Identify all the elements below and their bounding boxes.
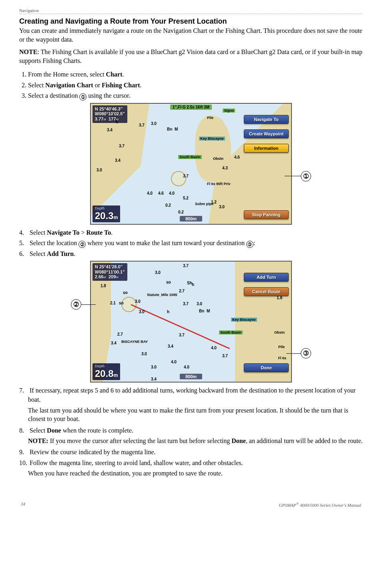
step-9: Review the course indicated by the magen… [28,447,363,457]
step2-b2: Fishing Chart [102,82,140,89]
step2-pre: Select [28,82,45,89]
footer-prod-a: GPSMAP [279,503,296,507]
step2-post: . [140,82,142,89]
add-turn-button[interactable]: Add Turn [244,273,289,282]
depth-label-1: Depth [95,206,118,210]
coord2-line2: W080°11'00.1" [95,270,125,274]
callout-1-figure: ➀ [285,171,311,181]
callout-2-badge: ➁ [71,299,81,310]
callout-2-inline: ➁ [78,241,86,248]
stop-panning-button[interactable]: Stop Panning [244,210,289,219]
callout-2-figure: ➁ [71,299,96,310]
step7-sub: The last turn you add should be where yo… [28,406,363,423]
label-fl-2: Fl 6s [278,356,286,360]
callout-3-badge: ➂ [301,348,311,358]
section-title: Creating and Navigating a Route from You… [19,17,363,26]
note-body: : The Fishing Chart is available if you … [19,48,362,64]
gps-coord-box-2: N 25°41'28.0" W080°11'00.1" 2.66M 209M [92,263,127,281]
coord2-dist-unit: M [103,276,106,279]
page-footer: 34 GPSMAP® 4000/5000 Series Owner's Manu… [19,501,363,507]
destination-marker-1[interactable] [171,171,186,186]
done-button[interactable]: Done [244,363,289,372]
step8-note-label: NOTE: [28,437,48,444]
step8-post: when the route is complete. [61,427,133,434]
label-key-2: Key Biscayne [231,318,257,322]
information-button[interactable]: Information [244,144,289,153]
step10-sub: When you have reached the destination, y… [28,469,363,478]
page: Navigation Creating and Navigating a Rou… [0,0,382,524]
step5-pre: Select the location [30,240,78,246]
depth-value-2: 20.8 [95,368,114,379]
step8-note-a: If you move the cursor after selecting t… [48,437,232,444]
coord-dist: 3.77 [95,117,103,121]
depth-unit-2: m [114,373,118,378]
label-obst-2: Obstn [274,330,285,334]
callout-1-badge: ➀ [301,171,311,181]
step8-note: NOTE: If you move the cursor after selec… [28,437,363,445]
label-pile-2: Pile [278,345,285,349]
cancel-route-button[interactable]: Cancel Route [244,287,289,296]
step-6: Select Add Turn. [28,249,363,258]
coord2-brg-unit: M [116,276,119,279]
depth-box-2: Depth 20.8m [92,363,120,380]
navigate-to-button[interactable]: Navigate To [244,115,289,124]
step3-pre: Select a destination [28,92,79,99]
scale-bar-2: 800m [180,374,202,379]
depth-unit-1: m [114,215,118,220]
header-section: Navigation [19,8,363,14]
step-7: If necessary, repeat steps 5 and 6 to ad… [28,386,363,423]
coord-dist-unit: M [103,118,106,121]
coord2-brg: 209 [109,274,116,279]
figure-2: N 25°41'28.0" W080°11'00.1" 2.66M 209M A… [71,261,311,383]
label-bay: BISCAYNE BAY [121,340,148,344]
step4-b1: Navigate To [47,229,79,236]
coord-brg: 177 [109,117,116,121]
step2-b1: Navigation Chart [45,82,93,89]
step-4: Select Navigate To > Route To. [28,228,363,237]
step8-b: Done [47,427,61,434]
step8-note-b: Done [231,437,246,444]
callout-3-inline: ➂ [246,241,253,248]
step3-post: using the cursor. [86,92,130,99]
step7-text: If necessary, repeat steps 5 and 6 to ad… [28,387,356,403]
step-2: Select Navigation Chart or Fishing Chart… [28,81,363,90]
step10-text: Follow the magenta line, steering to avo… [30,459,243,466]
step8-note-c: , an additional turn will be added to th… [246,437,363,444]
step9-text: Review the course indicated by the magen… [30,449,156,455]
step-3: Select a destination ➀ using the cursor. [28,91,363,101]
label-south-basin-1: South Basin [178,155,202,159]
label-signs: Signs [223,109,235,113]
step5-mid: where you want to make the last turn tow… [86,240,246,246]
depth-box-1: Depth 20.3m [92,205,120,222]
label-south-basin-2: South Basin [219,330,243,334]
note-label: NOTE [19,48,37,55]
step6-b: Add Turn [47,250,74,257]
scale-bar-1: 800m [180,216,202,222]
gps-coord-box-1: N 25°40'46.3" W080°10'02.5" 3.77M 177M [92,105,127,123]
page-number: 34 [21,501,25,507]
step5-post: : [253,240,255,246]
coord2-dist: 2.66 [95,274,103,279]
step-8: Select Done when the route is complete. … [28,426,363,445]
product-manual-title: GPSMAP® 4000/5000 Series Owner's Manual [279,501,361,507]
label-mile: Statute_Mile 1095 [147,293,177,297]
step-5: Select the location ➁ where you want to … [28,238,363,248]
create-waypoint-button[interactable]: Create Waypoint [244,129,289,138]
coord-line1: N 25°40'46.3" [95,107,123,111]
label-key-1: Key Biscayne [199,137,225,141]
step1-bold: Chart [106,71,123,78]
callout-3-figure: ➂ [286,348,311,358]
figure-1: 1",Fl G 2.5s 16ft 3M N 25°40'46.3" W080°… [71,103,311,225]
intro-text: You can create and immediately navigate … [19,26,363,44]
label-pile-1a: Pile [207,116,213,120]
chart-top-strip: 1",Fl G 2.5s 16ft 3M [170,105,212,110]
turn-marker[interactable] [121,297,137,312]
label-fl-1: Fl 6s 95ft Priv [207,182,231,186]
steps-1-3: From the Home screen, select Chart. Sele… [19,70,363,100]
coord-line2: W080°10'02.5" [95,111,125,116]
callout-1-inline: ➀ [79,93,86,101]
step1-pre: From the Home screen, select [28,71,106,78]
step1-post: . [123,71,124,78]
step4-post: . [111,229,113,236]
step6-post: . [74,250,75,257]
